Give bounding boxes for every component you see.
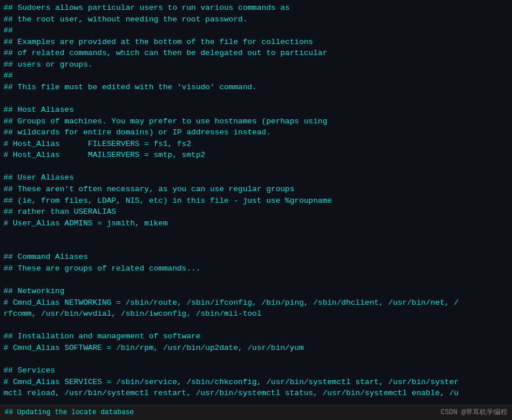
code-line: ## This file must be edited with the 'vi… <box>3 82 509 93</box>
code-line: ## Services <box>3 365 509 377</box>
bottom-bar: ## Updating the locate database CSDN @带耳… <box>0 405 512 420</box>
code-line: ## Installation and management of softwa… <box>3 331 509 342</box>
code-line: ## These aren't often necessary, as you … <box>3 184 509 195</box>
code-line: ## Groups of machines. You may prefer to… <box>3 116 509 127</box>
code-line: ## User Aliases <box>3 172 509 184</box>
code-line: # Cmnd_Alias SERVICES = /sbin/service, /… <box>3 377 509 388</box>
code-line: ## Host Aliases <box>3 104 509 116</box>
terminal-window: ## Sudoers allows particular users to ru… <box>0 0 512 420</box>
code-line: # Cmnd_Alias NETWORKING = /sbin/route, /… <box>3 297 509 309</box>
code-line <box>3 229 509 240</box>
code-line: # Cmnd_Alias SOFTWARE = /bin/rpm, /usr/b… <box>3 342 509 354</box>
code-line: mctl reload, /usr/bin/systemctl restart,… <box>3 388 509 399</box>
code-line: ## Command Aliases <box>3 251 509 263</box>
code-line: ## users or groups. <box>3 59 509 71</box>
code-line: # User_Alias ADMINS = jsmith, mikem <box>3 218 509 229</box>
code-line: ## Networking <box>3 286 509 297</box>
code-line <box>3 275 509 286</box>
code-line: ## wildcards for entire domains) or IP a… <box>3 127 509 138</box>
code-line: ## (ie, from files, LDAP, NIS, etc) in t… <box>3 195 509 207</box>
code-line: ## <box>3 25 509 36</box>
code-line <box>3 353 509 365</box>
bottom-right-text: CSDN @带耳机学编程 <box>441 408 507 418</box>
code-line: ## rather than USERALIAS <box>3 206 509 218</box>
code-line: ## Sudoers allows particular users to ru… <box>3 2 509 14</box>
code-line: # Host_Alias MAILSERVERS = smtp, smtp2 <box>3 149 509 161</box>
code-line: ## <box>3 70 509 82</box>
code-line: rfcomm, /usr/bin/wvdial, /sbin/iwconfig,… <box>3 308 509 320</box>
code-line: ## These are groups of related commands.… <box>3 263 509 275</box>
code-line <box>3 93 509 105</box>
code-line: ## of related commands, which can then b… <box>3 48 509 59</box>
code-line: ## Examples are provided at the bottom o… <box>3 36 509 48</box>
code-line <box>3 161 509 173</box>
code-line: ## the root user, without needing the ro… <box>3 14 509 25</box>
code-line <box>3 240 509 252</box>
bottom-left-text: ## Updating the locate database <box>5 408 134 418</box>
code-line <box>3 320 509 331</box>
code-line: # Host_Alias FILESERVERS = fs1, fs2 <box>3 138 509 150</box>
code-content: ## Sudoers allows particular users to ru… <box>3 2 509 420</box>
